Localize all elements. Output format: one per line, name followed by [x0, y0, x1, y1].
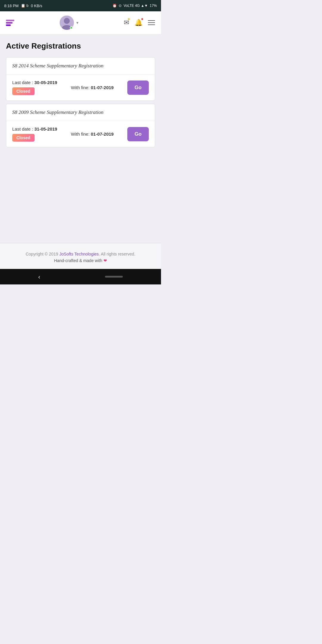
- last-date-label-1: Last date : 30-05-2019: [12, 80, 57, 85]
- logo[interactable]: [6, 20, 14, 26]
- status-right: ⏰ ⊙ VoLTE 4G ▲▼ 17%: [112, 4, 157, 8]
- main-content: Active Registrations S8 2014 Scheme Supp…: [0, 34, 161, 243]
- heart-icon: ❤: [103, 258, 107, 263]
- alarm-icon: ⏰: [112, 4, 117, 8]
- home-pill[interactable]: [105, 276, 123, 278]
- navbar-center[interactable]: ▾: [60, 16, 78, 30]
- reg-card-2-body: Last date : 31-05-2019 Closed With fine:…: [6, 121, 155, 147]
- status-time: 8:18 PM: [4, 4, 18, 8]
- with-fine-2: With fine: 01-07-2019: [60, 131, 124, 137]
- reg-card-1-header: S8 2014 Scheme Supplementary Registratio…: [6, 58, 155, 75]
- svg-point-0: [64, 18, 70, 24]
- network-speed: 0 KB/s: [31, 4, 42, 8]
- with-fine-1: With fine: 01-07-2019: [60, 85, 124, 90]
- reg-card-1-body: Last date : 30-05-2019 Closed With fine:…: [6, 75, 155, 100]
- status-icons: 📋 b: [21, 4, 28, 8]
- footer-handcrafted-text: Hand-crafted & made with: [54, 258, 102, 263]
- avatar-online-dot: [70, 26, 73, 29]
- navbar: ▾ ✉ 🔔: [0, 11, 161, 34]
- reg-card-1-date-section: Last date : 30-05-2019 Closed: [12, 80, 57, 95]
- go-button-1[interactable]: Go: [127, 80, 149, 95]
- registration-card-2: S8 2009 Scheme Supplementary Registratio…: [6, 104, 155, 147]
- avatar-wrapper[interactable]: [60, 16, 74, 30]
- registration-card-1: S8 2014 Scheme Supplementary Registratio…: [6, 57, 155, 101]
- page-title: Active Registrations: [6, 41, 155, 51]
- bell-badge: [141, 18, 144, 21]
- reg-card-2-header: S8 2009 Scheme Supplementary Registratio…: [6, 104, 155, 121]
- mail-badge: [127, 18, 130, 21]
- status-bar: 8:18 PM 📋 b 0 KB/s ⏰ ⊙ VoLTE 4G ▲▼ 17%: [0, 0, 161, 11]
- hamburger-line-3: [148, 24, 155, 25]
- closed-badge-1: Closed: [12, 87, 35, 95]
- reg-card-2-date-section: Last date : 31-05-2019 Closed: [12, 126, 57, 142]
- logo-layer-1: [6, 20, 14, 21]
- battery-text: 17%: [150, 4, 157, 8]
- gps-icon: ⊙: [119, 4, 122, 8]
- footer-copyright-text: Copyright © 2019: [26, 252, 59, 256]
- footer-copyright-line: Copyright © 2019 JoSofts Technologies. A…: [6, 252, 155, 256]
- scheme-title-2: S8 2009 Scheme Supplementary Registratio…: [12, 109, 103, 115]
- registrations-list: S8 2014 Scheme Supplementary Registratio…: [6, 57, 155, 147]
- hamburger-line-2: [148, 22, 155, 23]
- bottom-nav-bar: ‹: [0, 269, 161, 284]
- logo-layer-2: [6, 22, 13, 24]
- go-button-2[interactable]: Go: [127, 127, 149, 141]
- logo-layer-3: [6, 24, 11, 26]
- closed-badge-2: Closed: [12, 134, 35, 142]
- back-button[interactable]: ‹: [38, 273, 40, 280]
- footer-handcrafted-line: Hand-crafted & made with ❤: [6, 258, 155, 263]
- mail-button[interactable]: ✉: [124, 19, 129, 27]
- network-icons: VoLTE 4G ▲▼: [123, 4, 148, 8]
- hamburger-line-1: [148, 20, 155, 21]
- bell-button[interactable]: 🔔: [134, 19, 143, 27]
- footer: Copyright © 2019 JoSofts Technologies. A…: [0, 243, 161, 269]
- chevron-down-icon[interactable]: ▾: [76, 20, 78, 25]
- scheme-title-1: S8 2014 Scheme Supplementary Registratio…: [12, 63, 103, 69]
- hamburger-menu-button[interactable]: [148, 20, 155, 25]
- footer-brand-link[interactable]: JoSofts Technologies: [59, 252, 99, 256]
- last-date-label-2: Last date : 31-05-2019: [12, 126, 57, 131]
- footer-rights-text: . All rights reserved.: [99, 252, 135, 256]
- navbar-icons: ✉ 🔔: [124, 19, 155, 27]
- status-left: 8:18 PM 📋 b 0 KB/s: [4, 4, 42, 8]
